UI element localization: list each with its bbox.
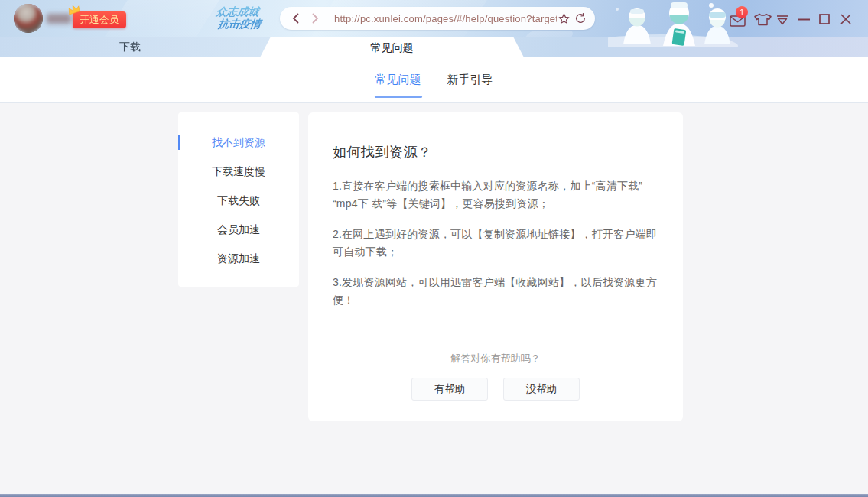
sidebar-item-label: 找不到资源 xyxy=(212,136,265,148)
subtab-row: 常见问题 新手引导 xyxy=(0,57,868,103)
answer-paragraph: 2.在网上遇到好的资源，可以【复制资源地址链接】，打开客户端即可自动下载； xyxy=(333,226,658,261)
epidemic-slogan: 众志成城 抗击疫情 xyxy=(199,5,275,30)
answer-paragraph: 1.直接在客户端的搜索框中输入对应的资源名称，加上“高清下载” “mp4下 载”… xyxy=(333,177,658,213)
tab-download[interactable]: 下载 xyxy=(0,37,260,57)
feedback-question: 解答对你有帮助吗？ xyxy=(308,352,683,365)
back-icon[interactable] xyxy=(288,11,302,25)
sidebar-item-vip-acceleration[interactable]: 会员加速 xyxy=(178,215,299,244)
sidebar-item-download-failed[interactable]: 下载失败 xyxy=(178,186,299,215)
minimize-to-tray-icon[interactable] xyxy=(775,15,788,25)
sidebar-item-label: 资源加速 xyxy=(217,252,260,265)
browser-address-bar: http://pc.xunlei.com/pages/#/help/questi… xyxy=(280,7,595,30)
sidebar-item-label: 下载失败 xyxy=(217,194,260,206)
sidebar-item-label: 会员加速 xyxy=(217,223,260,236)
subtab-beginner-guide[interactable]: 新手引导 xyxy=(447,57,494,102)
notification-badge[interactable]: 1 xyxy=(736,6,748,18)
refresh-icon[interactable] xyxy=(574,11,587,25)
forward-icon[interactable] xyxy=(308,11,322,25)
not-helpful-button[interactable]: 没帮助 xyxy=(503,378,580,401)
sidebar-item-label: 下载速度慢 xyxy=(212,165,265,177)
slogan-line2: 抗击疫情 xyxy=(199,18,273,30)
tab-faq[interactable]: 常见问题 xyxy=(260,37,524,57)
close-icon[interactable] xyxy=(838,12,853,26)
feedback-buttons: 有帮助 没帮助 xyxy=(308,378,683,401)
subtab-faq[interactable]: 常见问题 xyxy=(375,57,422,102)
xunlei-window: 开通会员 众志成城 抗击疫情 http://pc.xunlei.com/page… xyxy=(0,0,868,497)
avatar[interactable] xyxy=(14,4,43,33)
slogan-line1: 众志成城 xyxy=(200,5,275,18)
answer-paragraph: 3.发现资源网站，可以用迅雷客户端【收藏网站】，以后找资源更方便！ xyxy=(333,274,658,309)
feedback-section: 解答对你有帮助吗？ 有帮助 没帮助 xyxy=(308,352,683,401)
url-input[interactable]: http://pc.xunlei.com/pages/#/help/questi… xyxy=(334,13,557,24)
vip-upgrade-button[interactable]: 开通会员 xyxy=(73,11,126,28)
faq-category-sidebar: 找不到资源 下载速度慢 下载失败 会员加速 资源加速 xyxy=(178,112,299,287)
active-indicator xyxy=(178,135,180,150)
sidebar-item-resource-acceleration[interactable]: 资源加速 xyxy=(178,244,299,273)
faq-answer-panel: 如何找到资源？ 1.直接在客户端的搜索框中输入对应的资源名称，加上“高清下载” … xyxy=(308,112,683,421)
maximize-icon[interactable] xyxy=(817,12,832,26)
titlebar: 开通会员 众志成城 抗击疫情 http://pc.xunlei.com/page… xyxy=(0,0,868,37)
sidebar-item-resource-not-found[interactable]: 找不到资源 xyxy=(178,128,299,157)
minimize-icon[interactable] xyxy=(796,12,811,26)
helpful-button[interactable]: 有帮助 xyxy=(411,378,488,401)
username-redacted xyxy=(47,14,71,24)
sidebar-item-slow-download[interactable]: 下载速度慢 xyxy=(178,157,299,186)
window-bottom-border xyxy=(0,494,868,497)
skin-theme-icon[interactable] xyxy=(753,13,772,26)
question-title: 如何找到资源？ xyxy=(333,143,658,161)
bookmark-star-icon[interactable] xyxy=(557,11,571,25)
page-body: 找不到资源 下载速度慢 下载失败 会员加速 资源加速 如何找到资源？ 1.直接在… xyxy=(0,104,868,494)
